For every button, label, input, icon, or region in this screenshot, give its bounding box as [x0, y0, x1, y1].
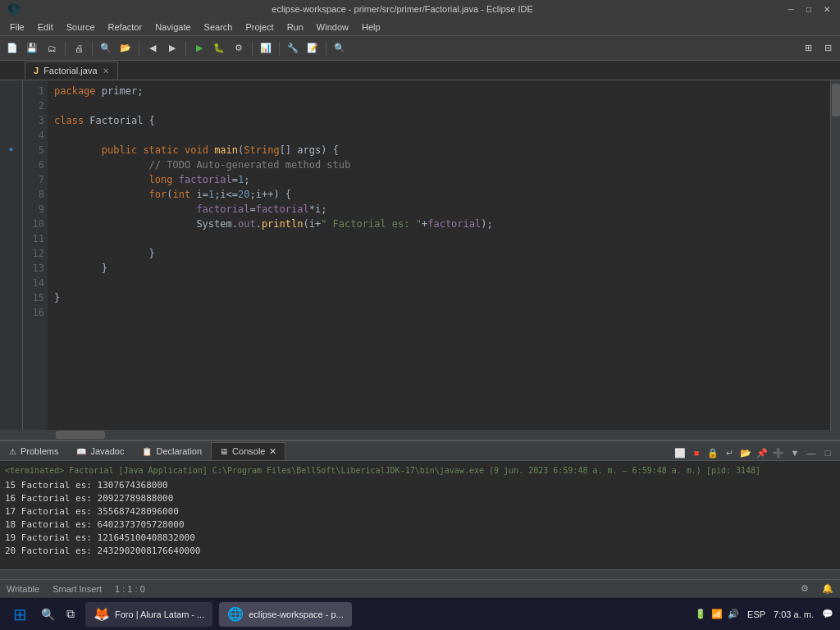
search-icon[interactable]: 🔍: [331, 39, 349, 57]
window-title: eclipse-workspace - primer/src/primer/Fa…: [21, 4, 784, 14]
code-line-9: factorial=factorial*i;: [54, 202, 830, 217]
firefox-icon: 🦊: [94, 606, 110, 622]
code-line-1: package primer;: [54, 84, 830, 98]
prev-edit-button[interactable]: ◀: [144, 39, 162, 57]
save-all-button[interactable]: 🗂: [43, 39, 61, 57]
console-icon: 🖥: [220, 447, 228, 456]
console-line-3: 17 Factorial es: 355687428096000: [5, 505, 835, 518]
clear-console-button[interactable]: ⬜: [673, 445, 687, 460]
menu-edit[interactable]: Edit: [31, 21, 60, 34]
code-line-4: [54, 128, 830, 143]
taskbar-eclipse[interactable]: 🌐 eclipse-workspace - p...: [219, 602, 352, 627]
new-button[interactable]: 📄: [3, 39, 21, 57]
toolbar: 📄 💾 🗂 🖨 🔍 📂 ◀ ▶ ▶ 🐛 ⚙ 📊 🔧 📝 🔍 ⊞ ⊟: [0, 36, 840, 61]
panel-tab-bar: ⚠ Problems 📖 Javadoc 📋 Declaration 🖥 Con…: [0, 441, 840, 461]
tab-problems[interactable]: ⚠ Problems: [0, 442, 67, 460]
title-bar: 🌑 eclipse-workspace - primer/src/primer/…: [0, 0, 840, 18]
status-settings-icon[interactable]: ⚙: [801, 583, 809, 594]
tab-problems-label: Problems: [21, 446, 58, 456]
console-line-4: 18 Factorial es: 6402373705728000: [5, 518, 835, 532]
close-console-tab[interactable]: ✕: [269, 446, 276, 457]
console-line-6: 20 Factorial es: 2432902008176640000: [5, 545, 835, 558]
status-notifications-icon[interactable]: 🔔: [822, 583, 833, 594]
task-view-button[interactable]: ⧉: [62, 606, 79, 623]
print-button[interactable]: 🖨: [70, 39, 88, 57]
console-line-1: 15 Factorial es: 1307674368000: [5, 479, 835, 492]
insert-mode-status: Smart Insert: [52, 584, 102, 594]
code-line-5: public static void main(String[] args) {: [54, 143, 830, 158]
eclipse-taskbar-label: eclipse-workspace - p...: [249, 609, 344, 619]
close-button[interactable]: ✕: [820, 2, 833, 16]
open-type-button[interactable]: 🔍: [97, 39, 115, 57]
tab-javadoc[interactable]: 📖 Javadoc: [67, 442, 133, 460]
menu-project[interactable]: Project: [239, 21, 280, 34]
run-config-button[interactable]: ⚙: [230, 39, 248, 57]
problems-icon: ⚠: [9, 447, 16, 456]
horizontal-scroll-thumb[interactable]: [56, 431, 105, 439]
notifications-button[interactable]: 💬: [822, 609, 833, 619]
code-line-11: [54, 231, 830, 246]
perspective-button[interactable]: ⊞: [799, 39, 817, 57]
cursor-position: 1 : 1 : 0: [115, 584, 145, 594]
console-horizontal-scrollbar[interactable]: [0, 569, 840, 579]
menu-navigate[interactable]: Navigate: [148, 21, 197, 34]
console-line-5: 19 Factorial es: 121645100408832000: [5, 532, 835, 545]
open-editor-button[interactable]: 📝: [304, 39, 322, 57]
next-edit-button[interactable]: ▶: [163, 39, 181, 57]
menu-file[interactable]: File: [3, 21, 31, 34]
declaration-icon: 📋: [142, 447, 152, 456]
wifi-icon: 📶: [711, 609, 723, 619]
tab-console-label: Console: [232, 446, 265, 456]
menu-source[interactable]: Source: [60, 21, 102, 34]
console-output: <terminated> Factorial [Java Application…: [0, 461, 840, 569]
vertical-scrollbar[interactable]: [830, 80, 840, 430]
pin-console-button[interactable]: 📌: [755, 445, 769, 460]
scroll-lock-button[interactable]: 🔒: [705, 445, 720, 460]
editor-tab-label: Factorial.java: [43, 66, 97, 75]
debug-button[interactable]: 🐛: [210, 39, 228, 57]
code-line-10: System.out.println(i+" Factorial es: "+f…: [54, 217, 830, 231]
search-taskbar-button[interactable]: 🔍: [39, 606, 56, 623]
open-resource-button[interactable]: 📂: [116, 39, 135, 57]
editor-tab-factorial[interactable]: J Factorial.java ✕: [25, 62, 118, 80]
firefox-label: Foro | Alura Latam - ...: [115, 609, 204, 619]
open-console-button[interactable]: 📂: [738, 445, 753, 460]
code-line-7: long factorial=1;: [54, 172, 830, 187]
menu-help[interactable]: Help: [355, 21, 387, 34]
code-line-15: }: [54, 290, 830, 305]
new-console-button[interactable]: ➕: [771, 445, 786, 460]
code-line-13: }: [54, 261, 830, 276]
maximize-button[interactable]: □: [802, 2, 815, 16]
word-wrap-button[interactable]: ↵: [722, 445, 737, 460]
minimize-button[interactable]: ─: [784, 2, 797, 16]
coverage-button[interactable]: 📊: [257, 39, 275, 57]
refactor-button[interactable]: 🔧: [284, 39, 302, 57]
line-numbers: 1 2 3 4 5 6 7 8 9 10 11 12 13 14 15 16: [23, 80, 48, 430]
taskbar: ⊞ 🔍 ⧉ 🦊 Foro | Alura Latam - ... 🌐 eclip…: [0, 597, 840, 630]
windows-icon: ⊞: [13, 605, 27, 624]
battery-icon: 🔋: [695, 609, 706, 619]
clock: 7:03 a. m.: [774, 609, 814, 619]
language-indicator: ESP: [747, 609, 765, 619]
start-button[interactable]: ⊞: [7, 601, 33, 628]
taskbar-firefox[interactable]: 🦊 Foro | Alura Latam - ...: [85, 602, 212, 627]
close-tab-button[interactable]: ✕: [103, 66, 109, 75]
tab-console[interactable]: 🖥 Console ✕: [211, 442, 285, 460]
menu-run[interactable]: Run: [281, 21, 310, 34]
tab-declaration[interactable]: 📋 Declaration: [133, 442, 211, 460]
code-line-8: for(int i=1;i<=20;i++) {: [54, 187, 830, 202]
run-last-button[interactable]: ▶: [190, 39, 208, 57]
perspectives-button[interactable]: ⊟: [819, 39, 837, 57]
vertical-scroll-thumb[interactable]: [832, 84, 840, 116]
save-button[interactable]: 💾: [23, 39, 41, 57]
display-selected-button[interactable]: ▼: [788, 445, 802, 460]
stop-button[interactable]: ■: [689, 445, 704, 460]
code-editor[interactable]: ▼ ▼ package primer; class Factorial { pu…: [48, 80, 830, 430]
maximize-panel-button[interactable]: □: [820, 445, 835, 460]
menu-refactor[interactable]: Refactor: [102, 21, 149, 34]
volume-icon: 🔊: [728, 609, 739, 619]
horizontal-scrollbar[interactable]: [0, 430, 840, 440]
menu-window[interactable]: Window: [310, 21, 355, 34]
minimize-panel-button[interactable]: —: [804, 445, 819, 460]
menu-search[interactable]: Search: [198, 21, 240, 34]
